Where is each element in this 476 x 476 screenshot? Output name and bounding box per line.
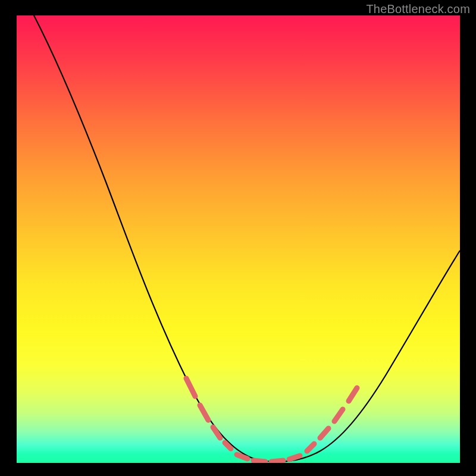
svg-line-11: [349, 388, 357, 401]
svg-line-2: [213, 427, 220, 438]
watermark-text: TheBottleneck.com: [366, 2, 470, 16]
svg-line-9: [320, 428, 328, 438]
svg-line-8: [307, 444, 314, 451]
svg-line-7: [289, 456, 300, 459]
curve-layer: [17, 15, 460, 463]
highlight-right-ascent: [307, 388, 357, 451]
svg-line-0: [186, 378, 195, 396]
highlight-valley: [237, 455, 300, 462]
plot-area: [17, 15, 460, 463]
svg-line-5: [253, 461, 265, 462]
chart-frame: TheBottleneck.com: [0, 0, 476, 476]
svg-line-10: [334, 409, 343, 421]
bottleneck-curve: [34, 15, 460, 462]
svg-line-1: [200, 405, 208, 420]
svg-line-6: [271, 461, 283, 462]
